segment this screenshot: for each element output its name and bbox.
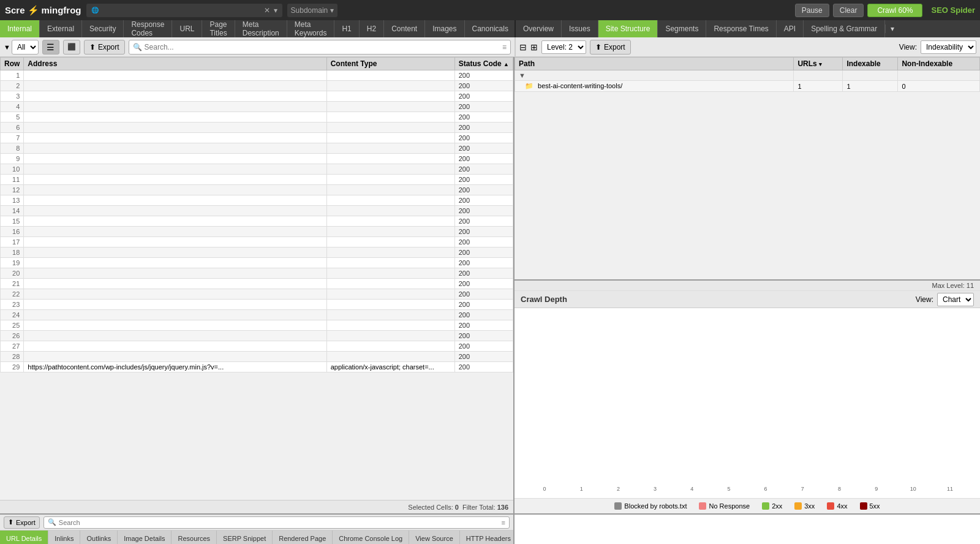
table-row[interactable]: 18 200 xyxy=(1,247,513,258)
table-row[interactable]: 8 200 xyxy=(1,143,513,154)
col-indexable-header[interactable]: Indexable xyxy=(843,58,898,70)
bottom-tab-serp-snippet[interactable]: SERP Snippet xyxy=(217,531,273,544)
row-number: 8 xyxy=(1,143,24,154)
url-bar-row: ⬆ Export 🔍 ≡ xyxy=(0,515,513,531)
tab-meta-description[interactable]: Meta Description xyxy=(235,20,287,37)
table-row[interactable]: 1 200 xyxy=(1,70,513,81)
table-row[interactable]: 10 200 xyxy=(1,164,513,175)
table-row[interactable]: 7 200 xyxy=(1,133,513,143)
col-content-type-header[interactable]: Content Type xyxy=(326,58,454,70)
col-path-header[interactable]: Path xyxy=(515,58,794,70)
right-export-button[interactable]: ⬆ Export xyxy=(590,40,631,55)
search-input[interactable] xyxy=(145,43,500,51)
table-row[interactable]: 4 200 xyxy=(1,102,513,112)
table-row[interactable]: 29 https://pathtocontent.com/wp-includes… xyxy=(1,362,513,372)
filter-options-icon[interactable]: ≡ xyxy=(502,43,507,51)
bottom-tab-url-details[interactable]: URL Details xyxy=(0,531,48,544)
tab-issues[interactable]: Issues xyxy=(562,20,598,37)
tab-meta-keywords[interactable]: Meta Keywords xyxy=(287,20,335,37)
pause-button[interactable]: Pause xyxy=(795,4,829,17)
tab-canonicals[interactable]: Canonicals xyxy=(465,20,514,37)
list-view-button[interactable]: ☰ xyxy=(42,40,59,55)
table-row[interactable]: 11 200 xyxy=(1,175,513,185)
sort-arrow: ▲ xyxy=(503,61,509,67)
table-row[interactable]: 3 200 xyxy=(1,91,513,102)
table-row[interactable]: 13 200 xyxy=(1,195,513,206)
tab-page-titles[interactable]: Page Titles xyxy=(202,20,235,37)
table-row[interactable]: 19 200 xyxy=(1,258,513,268)
tab-internal[interactable]: Internal xyxy=(0,20,40,37)
tab-h1[interactable]: H1 xyxy=(334,20,359,37)
table-row[interactable]: 15 200 xyxy=(1,216,513,227)
url-input[interactable]: https://pathtocontent.com/ xyxy=(102,6,260,15)
bottom-export-button[interactable]: ⬆ Export xyxy=(4,516,40,529)
filter-dropdown[interactable]: All xyxy=(12,40,39,55)
tab-spelling[interactable]: Spelling & Grammar xyxy=(804,20,885,37)
expand-button[interactable]: ⊞ xyxy=(530,42,538,52)
row-content-type xyxy=(326,216,454,227)
view-text: View: xyxy=(916,295,933,304)
tab-close-icon[interactable]: ✕ xyxy=(264,6,270,15)
table-row[interactable]: 6 200 xyxy=(1,123,513,133)
level-select[interactable]: Level: 2 Level: 1 Level: 3 xyxy=(541,40,586,54)
tab-response-codes[interactable]: Response Codes xyxy=(124,20,172,37)
table-row[interactable]: 5 200 xyxy=(1,112,513,123)
row-number: 11 xyxy=(1,175,24,185)
tab-url[interactable]: URL xyxy=(172,20,202,37)
tab-security[interactable]: Security xyxy=(82,20,124,37)
table-row[interactable]: 24 200 xyxy=(1,310,513,320)
tab-images[interactable]: Images xyxy=(425,20,464,37)
tab-dropdown-icon[interactable]: ▾ xyxy=(274,6,277,15)
col-status-code-header[interactable]: Status Code ▲ xyxy=(454,58,513,70)
table-row[interactable]: 16 200 xyxy=(1,227,513,237)
row-content-type xyxy=(326,133,454,143)
table-row[interactable]: 22 200 xyxy=(1,289,513,300)
table-row[interactable]: 27 200 xyxy=(1,341,513,352)
bottom-tab-view-source[interactable]: View Source xyxy=(409,531,460,544)
collapse-button[interactable]: ⊟ xyxy=(519,42,527,52)
table-row[interactable]: 26 200 xyxy=(1,331,513,341)
col-urls-header[interactable]: URLs ▾ xyxy=(794,58,843,70)
bottom-tab-outlinks[interactable]: Outlinks xyxy=(80,531,118,544)
tree-view-button[interactable]: ⬛ xyxy=(63,40,80,55)
row-number: 24 xyxy=(1,310,24,320)
table-row[interactable]: 2 200 xyxy=(1,81,513,91)
bottom-tab-chrome-console[interactable]: Chrome Console Log xyxy=(333,531,409,544)
right-nav-more[interactable]: ▾ xyxy=(885,25,899,33)
table-row[interactable]: 14 200 xyxy=(1,206,513,216)
tab-external[interactable]: External xyxy=(40,20,82,37)
table-row[interactable]: 9 200 xyxy=(1,154,513,164)
tab-h2[interactable]: H2 xyxy=(360,20,384,37)
bottom-tab-resources[interactable]: Resources xyxy=(172,531,217,544)
col-address-header[interactable]: Address xyxy=(24,58,326,70)
table-row[interactable]: 23 200 xyxy=(1,300,513,310)
table-scroll[interactable]: Row Address Content Type Status Code ▲ 1… xyxy=(0,57,513,500)
table-row[interactable]: 21 200 xyxy=(1,279,513,289)
crawl-depth-header: Crawl Depth View: Chart Table xyxy=(514,291,980,308)
export-button[interactable]: ⬆ Export xyxy=(84,40,125,55)
table-row[interactable]: 20 200 xyxy=(1,268,513,279)
tab-overview[interactable]: Overview xyxy=(516,20,562,37)
tab-response-times[interactable]: Response Times xyxy=(706,20,776,37)
bottom-tab-inlinks[interactable]: Inlinks xyxy=(48,531,80,544)
bottom-search-input[interactable] xyxy=(59,519,499,526)
table-row[interactable]: 12 200 xyxy=(1,185,513,195)
table-row[interactable]: 28 200 xyxy=(1,352,513,362)
row-content-type xyxy=(326,123,454,133)
table-row[interactable]: 25 200 xyxy=(1,320,513,331)
chart-view-select[interactable]: Chart Table xyxy=(937,293,974,306)
table-row[interactable]: 17 200 xyxy=(1,237,513,247)
tab-site-structure[interactable]: Site Structure xyxy=(598,20,658,37)
bar-group: 7 xyxy=(785,485,820,492)
tab-api[interactable]: API xyxy=(777,20,804,37)
col-non-indexable-header[interactable]: Non-Indexable xyxy=(898,58,980,70)
bottom-tab-image-details[interactable]: Image Details xyxy=(118,531,172,544)
crawl-button[interactable]: Crawl 60% xyxy=(867,4,922,17)
bottom-tab-http-headers[interactable]: HTTP Headers xyxy=(460,531,513,544)
bottom-filter-icon[interactable]: ≡ xyxy=(502,519,505,526)
tab-segments[interactable]: Segments xyxy=(658,20,706,37)
tab-content[interactable]: Content xyxy=(384,20,425,37)
bottom-tab-rendered-page[interactable]: Rendered Page xyxy=(273,531,333,544)
view-select[interactable]: Indexability URLs xyxy=(921,40,976,54)
clear-button[interactable]: Clear xyxy=(833,4,864,17)
